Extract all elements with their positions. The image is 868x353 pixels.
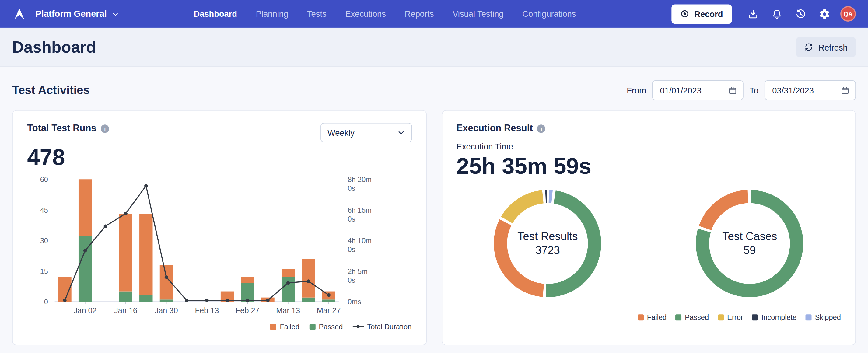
to-date-field [765, 81, 856, 100]
settings-button[interactable] [816, 6, 833, 22]
legend-passed[interactable]: Passed [310, 323, 343, 331]
notifications-button[interactable] [769, 6, 785, 22]
legend-total-duration[interactable]: Total Duration [353, 323, 411, 331]
project-switcher[interactable]: Platform General [35, 9, 119, 19]
svg-text:Jan 02: Jan 02 [74, 306, 97, 315]
svg-text:0ms: 0ms [347, 298, 361, 306]
svg-text:0s: 0s [347, 276, 355, 284]
svg-text:60: 60 [40, 176, 48, 184]
record-button[interactable]: Record [672, 4, 732, 24]
test-cases-label: Test Cases [722, 230, 777, 244]
test-results-donut-center: Test Results 3723 [492, 188, 603, 299]
info-icon[interactable]: i [537, 124, 546, 132]
from-date-field [652, 81, 744, 100]
test-runs-legend: Failed Passed Total Duration [27, 323, 411, 331]
legend-error[interactable]: Error [718, 313, 743, 321]
svg-text:Jan 16: Jan 16 [114, 306, 137, 315]
legend-error-label: Error [727, 313, 743, 321]
refresh-button-label: Refresh [818, 42, 847, 52]
legend-passed-label: Passed [685, 313, 709, 321]
record-icon [681, 9, 689, 18]
nav-item-planning[interactable]: Planning [247, 0, 298, 28]
record-button-label: Record [694, 9, 723, 19]
period-select-value: Weekly [328, 128, 354, 137]
legend-incomplete-label: Incomplete [762, 313, 797, 321]
test-cases-count: 59 [744, 244, 756, 257]
legend-failed[interactable]: Failed [638, 313, 666, 321]
failed-swatch [271, 323, 277, 329]
svg-text:6h 15m: 6h 15m [347, 206, 371, 214]
nav-item-reports[interactable]: Reports [395, 0, 443, 28]
total-test-runs-head: Total Test Runs i Weekly [27, 123, 411, 142]
incomplete-swatch [752, 314, 758, 320]
project-name: Platform General [35, 9, 107, 19]
chevron-down-icon [397, 129, 404, 136]
info-icon[interactable]: i [101, 124, 109, 132]
page-title: Dashboard [12, 38, 96, 56]
total-test-runs-title: Total Test Runs [27, 123, 96, 134]
execution-result-title: Execution Result [457, 123, 533, 134]
svg-text:0s: 0s [347, 246, 355, 254]
app-logo [12, 7, 27, 21]
user-avatar[interactable]: QA [840, 6, 856, 22]
nav-item-dashboard[interactable]: Dashboard [184, 0, 247, 28]
test-results-label: Test Results [517, 230, 578, 244]
line-marker-icon [353, 324, 364, 329]
to-date-input[interactable] [765, 81, 856, 100]
nav-item-configurations[interactable]: Configurations [513, 0, 585, 28]
main-nav: Dashboard Planning Tests Executions Repo… [184, 0, 586, 28]
svg-text:Feb 27: Feb 27 [236, 306, 259, 315]
nav-item-executions[interactable]: Executions [336, 0, 395, 28]
execution-result-card: Execution Result i Execution Time 25h 35… [442, 110, 856, 345]
total-test-runs-card: Total Test Runs i Weekly 478 0153045600m… [12, 110, 426, 345]
svg-text:0s: 0s [347, 215, 355, 223]
legend-failed-label: Failed [647, 313, 666, 321]
page-header: Dashboard Refresh [0, 28, 868, 67]
skipped-swatch [806, 314, 812, 320]
history-button[interactable] [793, 6, 809, 22]
failed-swatch [638, 314, 644, 320]
svg-text:45: 45 [40, 206, 48, 214]
svg-text:15: 15 [40, 267, 48, 276]
svg-text:8h 20m: 8h 20m [347, 176, 371, 184]
execution-time-label: Execution Time [457, 142, 841, 151]
gear-icon [819, 8, 830, 20]
svg-text:0s: 0s [347, 184, 355, 192]
svg-text:Jan 30: Jan 30 [155, 306, 178, 315]
total-test-runs-value: 478 [27, 145, 411, 170]
refresh-icon [805, 42, 813, 52]
legend-skipped-label: Skipped [815, 313, 841, 321]
app-logo-icon [12, 7, 27, 21]
dashboard-cards: Total Test Runs i Weekly 478 0153045600m… [12, 110, 856, 345]
refresh-button[interactable]: Refresh [796, 37, 856, 57]
topbar-actions: Record [672, 4, 856, 24]
from-date-input[interactable] [652, 81, 744, 100]
legend-incomplete[interactable]: Incomplete [752, 313, 797, 321]
svg-text:0: 0 [44, 298, 48, 306]
chevron-down-icon [112, 10, 119, 18]
passed-swatch [310, 323, 316, 329]
app-viewport: Platform General Dashboard Planning Test… [0, 0, 868, 353]
nav-item-visual-testing[interactable]: Visual Testing [443, 0, 513, 28]
date-range-filter: From To [627, 81, 856, 100]
test-cases-donut: Test Cases 59 [694, 188, 805, 299]
download-button[interactable] [745, 6, 761, 22]
svg-text:Feb 13: Feb 13 [195, 306, 219, 315]
test-results-donut: Test Results 3723 [492, 188, 603, 299]
legend-passed[interactable]: Passed [675, 313, 709, 321]
test-activities-header-row: Test Activities From To [12, 81, 856, 100]
svg-text:Mar 13: Mar 13 [276, 306, 300, 315]
legend-failed[interactable]: Failed [271, 323, 300, 331]
section-title: Test Activities [12, 84, 90, 97]
from-label: From [627, 86, 646, 95]
execution-donuts: Test Results 3723 Test Cases 59 [457, 188, 841, 299]
nav-item-tests[interactable]: Tests [298, 0, 336, 28]
legend-skipped[interactable]: Skipped [806, 313, 841, 321]
svg-text:Mar 27: Mar 27 [317, 306, 341, 315]
legend-passed-label: Passed [319, 323, 343, 331]
to-label: To [750, 86, 758, 95]
legend-total-duration-label: Total Duration [367, 323, 411, 331]
legend-failed-label: Failed [280, 323, 299, 331]
period-select[interactable]: Weekly [320, 123, 411, 142]
main-content: Test Activities From To [0, 67, 868, 345]
